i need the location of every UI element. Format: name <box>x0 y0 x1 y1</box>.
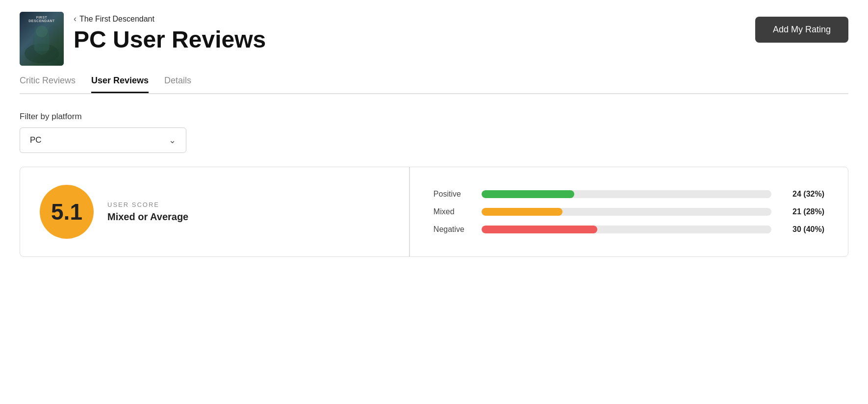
game-thumbnail: FIRSTDESCENDANT <box>20 12 64 66</box>
page-header: FIRSTDESCENDANT ‹ The First Descendant <box>20 0 848 66</box>
back-nav-link[interactable]: ‹ The First Descendant <box>74 14 266 24</box>
bar-fill-mixed <box>482 208 563 216</box>
bar-track-mixed <box>482 208 771 216</box>
score-right: Positive 24 (32%) Mixed 21 (28%) Negativ… <box>410 167 848 256</box>
tab-user-reviews[interactable]: User Reviews <box>91 76 149 93</box>
filter-section: Filter by platform PC ⌄ <box>20 112 848 153</box>
bar-row-negative: Negative 30 (40%) <box>434 225 824 234</box>
svg-point-3 <box>36 25 48 37</box>
bar-row-positive: Positive 24 (32%) <box>434 190 824 199</box>
score-left: 5.1 USER SCORE Mixed or Average <box>20 167 409 256</box>
bar-label-mixed: Mixed <box>434 207 473 216</box>
chevron-down-icon: ⌄ <box>169 135 176 146</box>
score-info: USER SCORE Mixed or Average <box>107 201 188 223</box>
bar-track-positive <box>482 190 771 198</box>
filter-label: Filter by platform <box>20 112 848 122</box>
bar-row-mixed: Mixed 21 (28%) <box>434 207 824 216</box>
platform-select[interactable]: PC ⌄ <box>20 127 186 153</box>
tab-critic-reviews[interactable]: Critic Reviews <box>20 76 76 93</box>
platform-select-value: PC <box>30 135 42 145</box>
bar-fill-negative <box>482 226 597 233</box>
title-group: ‹ The First Descendant PC User Reviews <box>74 12 266 53</box>
bar-count-negative: 30 (40%) <box>780 225 824 234</box>
tab-details[interactable]: Details <box>164 76 191 93</box>
bar-count-positive: 24 (32%) <box>780 190 824 199</box>
back-nav-label: The First Descendant <box>79 15 154 24</box>
bar-count-mixed: 21 (28%) <box>780 207 824 216</box>
bar-track-negative <box>482 226 771 233</box>
score-number: 5.1 <box>51 199 82 225</box>
bar-fill-positive <box>482 190 574 198</box>
tabs-row: Critic Reviews User Reviews Details <box>20 76 848 93</box>
thumbnail-art <box>20 12 64 66</box>
add-rating-button[interactable]: Add My Rating <box>755 17 848 43</box>
score-circle: 5.1 <box>40 185 94 239</box>
score-card: 5.1 USER SCORE Mixed or Average Positive… <box>20 167 848 257</box>
bar-label-negative: Negative <box>434 225 473 234</box>
score-label: USER SCORE <box>107 201 188 208</box>
score-description: Mixed or Average <box>107 211 188 223</box>
bar-label-positive: Positive <box>434 190 473 199</box>
back-chevron-icon: ‹ <box>74 14 77 24</box>
tabs-section: Critic Reviews User Reviews Details <box>20 76 848 94</box>
page-title: PC User Reviews <box>74 27 266 53</box>
header-left: FIRSTDESCENDANT ‹ The First Descendant <box>20 12 266 66</box>
